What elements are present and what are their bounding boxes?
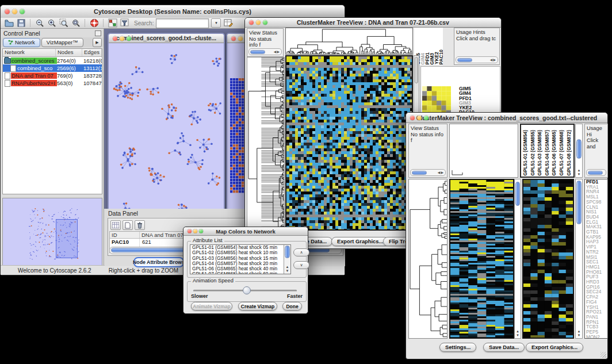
help-lifering-icon[interactable] xyxy=(89,18,99,28)
view-status-hscrollbar[interactable]: ◀▶ xyxy=(248,48,282,55)
scrollbar-thumb[interactable] xyxy=(576,181,582,224)
settings-button[interactable]: Settings... xyxy=(439,343,476,352)
tab-overflow-button[interactable]: ▶ xyxy=(93,38,102,47)
zoom-button[interactable] xyxy=(20,9,25,14)
close-button[interactable] xyxy=(5,9,10,14)
dialog-titlebar[interactable]: Map Colors to Network xyxy=(183,227,308,236)
attribute-select-icon[interactable] xyxy=(110,220,121,230)
zoom-in-icon[interactable] xyxy=(47,18,56,28)
scrollbar-arrows[interactable]: ◀▶ xyxy=(274,49,281,55)
speed-slider-thumb[interactable] xyxy=(243,286,251,294)
column-header[interactable]: Network xyxy=(3,49,56,56)
zoom-out-icon[interactable] xyxy=(35,18,44,28)
minimize-button[interactable] xyxy=(12,9,17,14)
scrollbar-arrows[interactable]: ▲▼ xyxy=(576,329,582,338)
save-data-button[interactable]: Save Data... xyxy=(483,343,525,352)
column-labels-vscrollbar[interactable]: ▲▼ xyxy=(575,124,583,178)
zoom-button[interactable] xyxy=(127,36,131,41)
view-status-hscrollbar[interactable]: ◀▶ xyxy=(410,169,446,176)
filter-icon[interactable] xyxy=(120,18,129,28)
zoom-button[interactable] xyxy=(424,116,429,120)
main-titlebar[interactable]: Cytoscape Desktop (Session Name: collins… xyxy=(1,5,345,18)
close-button[interactable] xyxy=(249,20,254,25)
open-session-icon[interactable] xyxy=(4,18,14,28)
save-session-icon[interactable] xyxy=(16,18,26,28)
move-down-button[interactable]: ∨ xyxy=(293,261,309,269)
close-button[interactable] xyxy=(410,116,415,120)
column-dendrogram[interactable] xyxy=(285,28,413,55)
scrollbar-thumb[interactable] xyxy=(250,50,265,54)
column-header[interactable]: Nodes xyxy=(56,49,82,56)
network-canvas[interactable] xyxy=(109,43,224,219)
network-list-header[interactable]: NetworkNodesEdges xyxy=(3,49,102,57)
float-panel-icon[interactable] xyxy=(95,30,101,36)
scrollbar-arrows[interactable]: ▲▼ xyxy=(284,265,290,273)
scrollbar-thumb[interactable] xyxy=(457,58,472,62)
new-attribute-icon[interactable] xyxy=(123,220,133,230)
node-attribute-browser-tab[interactable]: Node Attribute Brows xyxy=(133,257,184,267)
attribute-list-vscrollbar[interactable]: ▲▼ xyxy=(284,245,290,274)
minimize-button[interactable] xyxy=(193,229,197,233)
minimize-button[interactable] xyxy=(120,36,124,41)
usage-hints-hscrollbar[interactable] xyxy=(586,169,606,176)
vizmapper-nodes-icon[interactable] xyxy=(108,18,117,28)
usage-hints-panel: Usage Hi Click and xyxy=(584,124,608,178)
network1-titlebar[interactable]: combined_scores_good.txt--cluste... xyxy=(109,34,224,43)
scrollbar-arrows[interactable]: ▲▼ xyxy=(515,329,521,338)
zoom-button[interactable] xyxy=(199,229,203,233)
scrollbar-arrows[interactable]: ◀▶ xyxy=(490,57,498,63)
network-row[interactable]: RNAPuberNov2+I563(0)107847(0) xyxy=(3,79,102,87)
heatmap-global[interactable] xyxy=(449,179,514,339)
attribute-table-icon[interactable] xyxy=(223,18,233,28)
scrollbar-arrows[interactable]: ◀▶ xyxy=(438,170,445,176)
close-button[interactable] xyxy=(188,229,192,233)
export-graphics-button[interactable]: Export Graphics... xyxy=(331,237,389,246)
zoom-fit-icon[interactable] xyxy=(71,18,81,28)
usage-hints-hscrollbar[interactable]: ◀▶ xyxy=(456,56,498,63)
scrollbar-thumb[interactable] xyxy=(576,139,582,159)
heatmap-vscrollbar[interactable]: ▲▼ xyxy=(514,179,521,339)
treeview1-titlebar[interactable]: ClusterMaker TreeView : DNA and Tran 07-… xyxy=(245,18,501,28)
search-input[interactable] xyxy=(156,18,209,28)
attribute-item[interactable]: GPL51-07 (GSM868) heat shock 60 min xyxy=(192,271,290,274)
resize-grip[interactable] xyxy=(600,352,606,358)
scrollbar-thumb[interactable] xyxy=(588,171,603,175)
scrollbar-arrows[interactable]: ▲▼ xyxy=(576,168,582,177)
gene-list-vscrollbar[interactable]: ▲▼ xyxy=(575,179,583,339)
scrollbar-thumb[interactable] xyxy=(412,171,427,175)
heatmap-global[interactable] xyxy=(285,55,413,231)
network-row[interactable]: combined_sco2569(6)13112(15) xyxy=(3,64,102,72)
tab-vizmapper[interactable]: VizMapper™ xyxy=(41,38,83,47)
scrollbar-thumb[interactable] xyxy=(515,182,520,206)
zoom-button[interactable] xyxy=(263,20,267,25)
animate-vizmap-button[interactable]: Animate Vizmap xyxy=(191,302,232,311)
heatmap-zoom[interactable] xyxy=(522,179,574,339)
row-dendrogram[interactable] xyxy=(247,57,285,233)
column-dendrogram-area[interactable] xyxy=(449,124,518,178)
scrollbar-thumb[interactable] xyxy=(415,57,418,83)
search-dropdown-button[interactable]: ▼ xyxy=(211,18,221,28)
mini-heatmap[interactable] xyxy=(422,86,451,115)
treeview2-titlebar[interactable]: ClusterMaker TreeView : combined_scores_… xyxy=(406,113,607,123)
create-vizmap-button[interactable]: Create Vizmap xyxy=(238,302,277,311)
minimize-button[interactable] xyxy=(417,116,422,120)
delete-attribute-icon[interactable] xyxy=(135,220,145,230)
move-up-button[interactable]: ∧ xyxy=(293,248,309,256)
attribute-list[interactable]: GPL51-01 (GSM854) heat shock 05 minGPL51… xyxy=(190,244,291,274)
scrollbar-thumb[interactable] xyxy=(285,246,290,258)
column-header[interactable]: ID xyxy=(110,232,140,238)
done-button[interactable]: Done xyxy=(282,302,302,311)
birds-eye-viewport-rect[interactable] xyxy=(56,219,78,258)
tab-network[interactable]: Network xyxy=(3,38,40,47)
zoom-selected-icon[interactable] xyxy=(59,18,68,28)
close-button[interactable] xyxy=(231,36,236,41)
minimize-button[interactable] xyxy=(256,20,261,25)
export-graphics-button[interactable]: Export Graphics... xyxy=(526,343,583,352)
row-dendrogram[interactable] xyxy=(408,179,447,339)
birds-eye-view[interactable] xyxy=(2,198,102,266)
column-header[interactable]: Edges xyxy=(82,49,102,56)
network-row[interactable]: combined_scores2764(0)16218(0) xyxy=(3,57,102,64)
close-button[interactable] xyxy=(113,36,117,41)
network-row[interactable]: DNA and Tran 07769(0)183728(0) xyxy=(3,72,102,79)
minimize-button[interactable] xyxy=(238,36,243,41)
